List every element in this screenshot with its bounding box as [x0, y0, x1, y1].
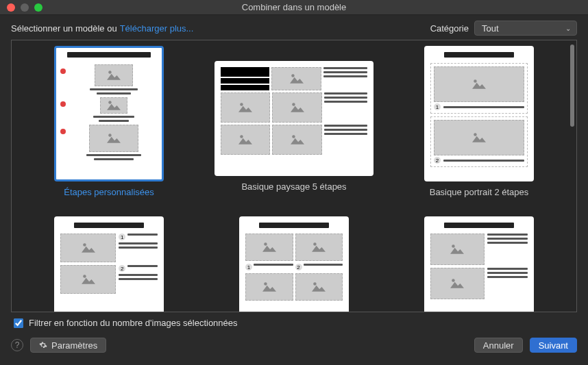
template-thumbnail: 12 [239, 216, 349, 312]
image-placeholder-icon [288, 101, 307, 114]
template-item[interactable] [401, 216, 557, 312]
template-label: Basique paysage 5 étapes [215, 181, 373, 192]
template-thumbnail [424, 216, 534, 312]
svg-point-2 [108, 71, 111, 73]
image-placeholder-icon [469, 77, 489, 91]
minimize-window-button[interactable] [21, 3, 29, 12]
template-item[interactable]: Étapes personnalisées [31, 46, 187, 197]
svg-point-11 [291, 74, 294, 77]
image-placeholder-icon [104, 99, 123, 112]
category-value: Tout [482, 23, 499, 34]
svg-point-47 [313, 282, 316, 285]
svg-rect-21 [288, 133, 306, 147]
svg-rect-27 [470, 131, 489, 144]
category-select[interactable]: Tout ⌄ [474, 21, 577, 36]
template-thumbnail: 1 2 [54, 216, 164, 312]
svg-rect-15 [288, 101, 306, 114]
parameters-button[interactable]: Paramètres [30, 338, 106, 353]
filter-label: Filtrer en fonction du nombre d'images s… [29, 318, 238, 328]
svg-point-17 [292, 103, 295, 105]
template-item[interactable]: Basique paysage 5 étapes [215, 46, 373, 197]
svg-point-20 [240, 135, 243, 138]
gear-icon [39, 341, 47, 349]
cancel-button[interactable]: Annuler [474, 338, 523, 353]
svg-point-50 [452, 244, 455, 247]
window-title: Combiner dans un modèle [0, 2, 588, 12]
svg-rect-45 [310, 280, 328, 294]
title-bar: Combiner dans un modèle [0, 0, 588, 15]
svg-point-41 [313, 242, 316, 245]
filter-checkbox[interactable] [14, 318, 23, 328]
next-label: Suivant [539, 340, 568, 351]
image-placeholder-icon [448, 277, 467, 290]
svg-point-23 [292, 135, 295, 138]
scrollbar[interactable] [570, 45, 574, 127]
template-item[interactable]: 12 [215, 216, 373, 312]
bottom-bar: ? Paramètres Annuler Suivant [0, 333, 588, 360]
template-item[interactable]: 1 2 Basique portrait 2 étapes [401, 46, 557, 197]
close-window-button[interactable] [7, 3, 15, 12]
template-thumbnail [54, 46, 164, 181]
svg-rect-0 [105, 68, 123, 82]
template-thumbnail [215, 61, 373, 176]
svg-point-44 [264, 282, 267, 285]
image-placeholder-icon [287, 72, 306, 86]
chevron-down-icon: ⌄ [565, 25, 571, 32]
svg-point-14 [240, 103, 243, 105]
cancel-label: Annuler [483, 340, 514, 351]
image-placeholder-icon [260, 240, 279, 254]
template-thumbnail: 1 2 [424, 46, 534, 181]
svg-rect-39 [310, 240, 328, 254]
header-row: Sélectionner un modèle ou Télécharger pl… [0, 15, 588, 40]
template-label: Étapes personnalisées [31, 187, 187, 197]
image-placeholder-icon [260, 280, 279, 294]
svg-rect-33 [79, 273, 97, 286]
svg-rect-9 [287, 72, 306, 86]
svg-rect-51 [448, 277, 467, 290]
template-label: Basique portrait 2 étapes [401, 187, 557, 197]
svg-rect-6 [105, 131, 123, 145]
image-placeholder-icon [448, 242, 467, 256]
image-placeholder-icon [309, 280, 328, 294]
svg-rect-3 [105, 99, 123, 112]
template-item[interactable]: 1 2 [31, 216, 187, 312]
select-template-label: Sélectionner un modèle ou [11, 23, 117, 34]
svg-rect-48 [448, 242, 467, 256]
image-placeholder-icon [309, 240, 328, 254]
image-placeholder-icon [469, 131, 489, 144]
svg-point-29 [474, 133, 476, 136]
parameters-label: Paramètres [51, 340, 97, 351]
svg-rect-36 [260, 240, 278, 254]
category-label: Catégorie [430, 23, 469, 34]
image-placeholder-icon [236, 133, 255, 147]
help-button[interactable]: ? [11, 339, 23, 351]
download-more-link[interactable]: Télécharger plus... [120, 23, 194, 34]
image-placeholder-icon [79, 241, 98, 255]
svg-point-53 [452, 279, 455, 281]
svg-point-38 [264, 242, 267, 245]
svg-point-32 [83, 243, 86, 246]
filter-row: Filtrer en fonction du nombre d'images s… [0, 312, 588, 333]
image-placeholder-icon [236, 101, 255, 114]
svg-point-5 [108, 101, 111, 103]
traffic-lights [0, 3, 42, 12]
zoom-window-button[interactable] [34, 3, 42, 12]
templates-scroll-area[interactable]: Étapes personnalisées [11, 40, 577, 312]
image-placeholder-icon [104, 131, 123, 145]
svg-rect-30 [79, 241, 97, 255]
svg-rect-24 [470, 77, 489, 91]
svg-rect-12 [236, 101, 255, 114]
next-button[interactable]: Suivant [530, 338, 577, 353]
svg-rect-18 [236, 133, 255, 147]
svg-point-35 [83, 275, 86, 277]
image-placeholder-icon [79, 273, 98, 286]
svg-rect-42 [260, 280, 278, 294]
image-placeholder-icon [288, 133, 307, 147]
image-placeholder-icon [104, 68, 123, 82]
svg-point-8 [108, 134, 111, 136]
svg-point-26 [474, 79, 476, 82]
templates-grid: Étapes personnalisées [12, 40, 576, 312]
